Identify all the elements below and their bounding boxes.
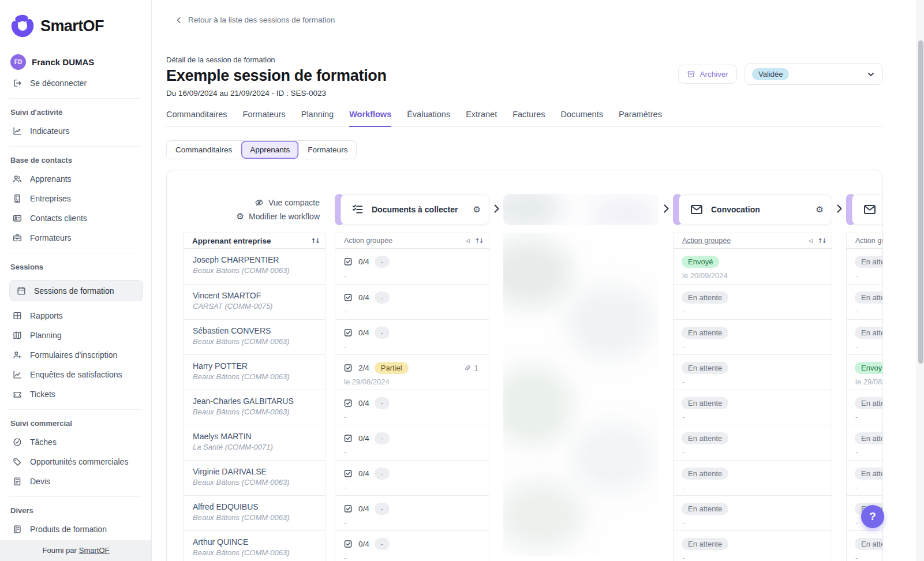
page-scrollbar[interactable] [916, 0, 924, 561]
sidebar-item-devis[interactable]: Devis [12, 476, 143, 487]
workflow-step-cell[interactable]: En attente- [674, 354, 832, 390]
bulk-action-link[interactable]: Action groupée [682, 237, 809, 245]
workflow-step-cell[interactable]: En attente- [674, 460, 832, 495]
workflow-step-cell[interactable]: En attente- [674, 319, 832, 354]
collapse-column-button[interactable] [489, 204, 503, 214]
gear-icon[interactable]: ⚙ [816, 205, 824, 214]
paperclip-icon [463, 364, 472, 372]
learner-row[interactable]: Joseph CHARPENTIERBeaux Bâtons (COMM-006… [184, 249, 325, 284]
step-date: - [343, 271, 481, 280]
column-header-card[interactable]: Attestation [846, 194, 883, 225]
status-badge: En attente [682, 362, 728, 374]
tab-factures[interactable]: Factures [512, 110, 545, 126]
tab-parametres[interactable]: Paramètres [619, 110, 662, 126]
sidebar-item-taches[interactable]: Tâches [12, 436, 143, 447]
workflow-step-cell[interactable]: Envoyéle 29/08/2024 [847, 354, 883, 390]
tab-workflows[interactable]: Workflows [349, 110, 391, 127]
attachment-count[interactable]: 1 [463, 364, 481, 372]
sidebar-item-formulaires-inscription[interactable]: Formulaires d'inscription [12, 349, 143, 360]
sidebar-item-indicateurs[interactable]: Indicateurs [12, 125, 143, 136]
scrollbar-thumb[interactable] [918, 40, 923, 364]
sidebar-item-apprenants[interactable]: Apprenants [12, 173, 143, 184]
workflow-step-cell[interactable]: 0/4-- [335, 425, 489, 460]
learner-row[interactable]: Harry POTTERBeaux Bâtons (COMM-0063) [184, 354, 325, 390]
tab-planning[interactable]: Planning [301, 110, 334, 126]
sidebar-item-opportunites[interactable]: Opportunités commerciales [12, 456, 143, 467]
sidebar-item-entreprises[interactable]: Entreprises [12, 193, 143, 204]
learner-row[interactable]: Arthur QUINCEBeaux Bâtons (COMM-0063) [184, 530, 325, 561]
workflow-step-cell[interactable]: En attente- [847, 390, 883, 425]
gear-icon[interactable]: ⚙ [473, 205, 481, 214]
collapse-icon[interactable]: ◁ [809, 238, 813, 244]
workflow-step-cell[interactable]: En attente- [847, 425, 883, 460]
workflow-step-cell[interactable]: En attente- [674, 390, 832, 425]
workflow-step-cell[interactable]: 0/4-- [335, 284, 489, 319]
learner-company: Beaux Bâtons (COMM-0063) [193, 513, 316, 522]
collapse-column-button[interactable] [659, 204, 673, 214]
sort-icon[interactable]: ↑↓ [475, 237, 483, 245]
logout-button[interactable]: Se déconnecter [12, 77, 143, 88]
brand-logo[interactable]: SmartOF [10, 14, 143, 38]
learner-row[interactable]: Jean-Charles GALBITARUSBeaux Bâtons (COM… [184, 390, 325, 425]
learner-row[interactable]: Maelys MARTINLa Santé (COMM-0071) [184, 425, 325, 460]
workflow-step-cell[interactable]: En attente- [847, 284, 883, 319]
workflow-step-cell[interactable]: En attente- [674, 284, 832, 319]
learner-row[interactable]: Sébastien CONVERSBeaux Bâtons (COMM-0063… [184, 319, 325, 354]
help-button[interactable]: ? [861, 505, 884, 528]
sidebar-item-planning[interactable]: Planning [12, 330, 143, 341]
workflow-step-cell[interactable]: En attente- [674, 425, 832, 460]
tab-formateurs[interactable]: Formateurs [243, 110, 286, 126]
sidebar-item-produits[interactable]: Produits de formation [12, 523, 143, 534]
sidebar-item-formateurs[interactable]: Formateurs [12, 232, 143, 243]
tab-evaluations[interactable]: Évaluations [407, 110, 450, 126]
tab-commanditaires[interactable]: Commanditaires [166, 110, 227, 126]
sort-icon[interactable]: ↑↓ [311, 237, 319, 245]
workflow-step-cell[interactable]: 0/4-- [335, 249, 489, 284]
learner-company: La Santé (COMM-0071) [193, 443, 316, 451]
subtab-formateurs[interactable]: Formateurs [299, 141, 356, 159]
status-select[interactable]: Validée [745, 63, 883, 85]
edit-workflow-link[interactable]: ⚙ Modifier le workflow [237, 212, 320, 221]
briefcase-icon [12, 232, 23, 243]
tab-documents[interactable]: Documents [561, 110, 603, 126]
compact-view-toggle[interactable]: Vue compacte [255, 198, 320, 207]
workflow-step-cell[interactable]: 2/4Partiel1le 29/08/2024 [335, 354, 489, 390]
back-link[interactable]: Retour à la liste des sessions de format… [175, 16, 883, 24]
sidebar-item-sessions-de-formation[interactable]: Sessions de formation [9, 280, 143, 301]
sidebar-item-enquetes[interactable]: Enquêtes de satisfactions [12, 369, 143, 380]
column-header-card[interactable]: Documents à collecter ⚙ [335, 194, 489, 225]
learner-row[interactable]: Vincent SMARTOFCARSAT (COMM-0075) [184, 284, 325, 319]
workflow-step-cell[interactable]: En attente- [847, 530, 883, 561]
workflow-step-cell[interactable]: 0/4-- [335, 319, 489, 354]
workflow-step-cell[interactable]: 0/4-- [335, 460, 489, 495]
bulk-action-link[interactable]: Action groupée [855, 237, 883, 245]
sidebar-item-tickets[interactable]: Tickets [12, 388, 143, 399]
learner-column-header[interactable]: Apprenant entreprise [192, 237, 311, 245]
workflow-step-cell[interactable]: En attente- [674, 495, 832, 530]
collapse-column-button[interactable] [832, 204, 846, 214]
footer-brand-link[interactable]: SmartOF [79, 546, 110, 555]
sort-icon[interactable]: ↑↓ [818, 237, 826, 245]
workflow-step-cell[interactable]: En attente- [847, 319, 883, 354]
learner-row[interactable]: Alfred EDQUIBUSBeaux Bâtons (COMM-0063) [184, 495, 325, 530]
subtab-apprenants[interactable]: Apprenants [241, 141, 299, 159]
collapse-icon[interactable]: ◁ [466, 238, 470, 244]
table-icon [12, 310, 23, 321]
tab-extranet[interactable]: Extranet [466, 110, 497, 126]
subtab-commanditaires[interactable]: Commanditaires [167, 141, 241, 159]
workflow-step-cell[interactable]: 0/4-- [335, 390, 489, 425]
archive-button[interactable]: Archiver [678, 65, 737, 84]
sidebar-item-rapports[interactable]: Rapports [12, 310, 143, 321]
workflow-step-cell[interactable]: 0/4-- [335, 530, 489, 561]
workflow-step-cell[interactable]: En attente- [847, 460, 883, 495]
sidebar-item-contacts-clients[interactable]: Contacts clients [12, 212, 143, 223]
learner-company: CARSAT (COMM-0075) [193, 302, 316, 311]
learner-row[interactable]: Virginie DARIVALSEBeaux Bâtons (COMM-006… [184, 460, 325, 495]
bulk-action-link[interactable]: Action groupée [344, 237, 466, 245]
status-badge: Partiel [375, 362, 409, 374]
workflow-step-cell[interactable]: Envoyéle 20/09/2024 [674, 249, 832, 284]
column-header-card[interactable]: Convocation ⚙ [673, 194, 832, 225]
workflow-step-cell[interactable]: En attente- [847, 249, 883, 284]
workflow-step-cell[interactable]: 0/4-- [335, 495, 489, 530]
workflow-step-cell[interactable]: En attente- [674, 530, 832, 561]
